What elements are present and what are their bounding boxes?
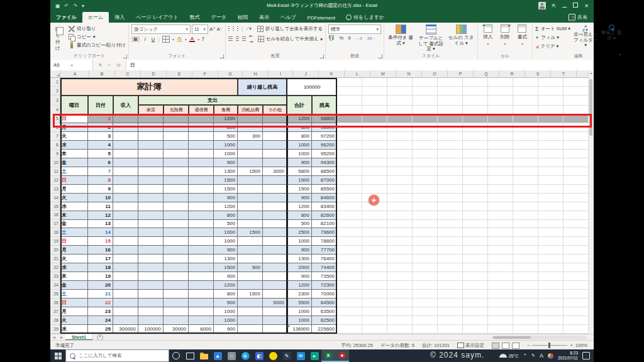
cell-S17[interactable] [513,220,538,229]
column-header-P[interactable]: P [448,70,474,78]
cell-A29[interactable]: 水 [60,325,88,334]
row-header-27[interactable]: 27 [50,307,60,316]
cell-G15[interactable]: 1200 [214,202,238,211]
cell-Q7[interactable] [463,132,488,141]
cell-C27[interactable] [113,307,138,316]
header-cell-h_balance[interactable]: 残高 [312,96,337,114]
row-header-2[interactable]: 2 [50,87,60,96]
cell-I12[interactable] [263,176,287,185]
cell-S2[interactable] [513,87,538,96]
cell-U22[interactable] [564,263,589,272]
customize-qat-icon[interactable]: ▾ [82,3,84,9]
save-icon[interactable]: ▣ [55,3,60,9]
cell-S25[interactable] [513,290,538,299]
cell-N6[interactable] [387,123,413,132]
cell-P7[interactable] [438,132,463,141]
cell-I9[interactable] [263,150,287,158]
cell-U11[interactable] [564,167,589,176]
cell-S20[interactable] [513,246,538,255]
cell-U28[interactable] [564,316,589,325]
cell-A5[interactable]: 日 [60,114,88,123]
cell-R6[interactable] [488,123,513,132]
taskbar-clock[interactable]: 8:23 2021/07/11 [558,351,578,361]
cell-K15[interactable]: 83400 [312,202,337,211]
sheet-nav-left-icon[interactable]: ◄ [50,336,58,339]
cell-H8[interactable] [238,141,263,150]
photos-button[interactable]: ▲ [211,349,225,362]
column-header-O[interactable]: O [422,70,448,78]
cell-R15[interactable] [488,202,513,211]
cell-U8[interactable] [564,141,589,150]
cell-I8[interactable] [263,141,287,150]
cell-C23[interactable] [113,272,138,281]
cell-E17[interactable] [164,220,189,229]
cell-Q8[interactable] [463,141,488,150]
cell-D5[interactable] [138,114,164,123]
column-header-Q[interactable]: Q [474,70,499,78]
cell-C18[interactable] [113,228,138,237]
tray-app-icon[interactable] [548,353,553,359]
ribbon-tab-挿入[interactable]: 挿入 [109,12,130,23]
cell-O9[interactable] [413,150,438,158]
sheet-nav-right-icon[interactable]: ► [58,336,65,339]
cell-N26[interactable] [387,299,413,307]
cell-J7[interactable]: 800 [287,132,312,141]
subheader-cell-0[interactable]: 家賃 [138,105,164,114]
cell-P17[interactable] [438,220,463,229]
cell-P21[interactable] [438,255,463,263]
cell-Q22[interactable] [463,263,488,272]
cell-N22[interactable] [387,263,413,272]
cell-S18[interactable] [513,228,538,237]
cell-D10[interactable] [138,158,164,167]
cell-O17[interactable] [413,220,438,229]
cell-K5[interactable]: 98800 [312,114,337,123]
cell-O5[interactable] [413,114,438,123]
page-layout-view-icon[interactable] [502,343,509,349]
cell-M22[interactable] [362,263,387,272]
cell-styles-button[interactable]: セルの スタイル ▾ [447,25,475,52]
cell-T3[interactable] [538,96,564,106]
cell-H21[interactable] [238,255,263,263]
cell-T12[interactable] [538,176,564,185]
cell-L28[interactable] [337,316,362,325]
column-header-B[interactable]: B [89,70,115,78]
cell-P27[interactable] [438,307,463,316]
align-top-icon[interactable] [228,26,230,31]
cell-R17[interactable] [488,220,513,229]
cell-N21[interactable] [387,255,413,263]
delete-cells-button[interactable]: 削除▾ [497,25,512,52]
cell-E26[interactable] [164,299,189,307]
cell-Q4[interactable] [463,106,488,114]
cell-H20[interactable] [238,246,263,255]
cell-T1[interactable] [538,78,564,87]
row-header-17[interactable]: 17 [50,219,60,228]
cell-U15[interactable] [564,202,589,211]
cell-P6[interactable] [438,123,463,132]
row-header-8[interactable]: 8 [50,141,60,150]
font-dialog-launcher[interactable] [220,55,224,58]
cell-U3[interactable] [564,96,589,106]
column-header-M[interactable]: M [370,70,396,78]
select-all-corner[interactable] [50,70,61,78]
cell-B9[interactable]: 5 [88,150,113,158]
cell-R26[interactable] [488,299,513,307]
cell-R1[interactable] [488,78,513,87]
cell-K27[interactable]: 63500 [312,307,337,316]
cell-M4[interactable] [362,106,387,114]
app-blue-button[interactable]: ◧ [252,349,266,362]
cell-N4[interactable] [387,106,413,114]
sort-filter-button[interactable]: AZ▼ 並べ替えと フィルター ▾ [573,25,598,52]
cell-E20[interactable] [164,246,189,255]
cell-H9[interactable] [238,150,263,158]
row-header-9[interactable]: 9 [50,150,60,158]
cell-S10[interactable] [513,158,538,167]
cell-G22[interactable]: 1500 [214,263,238,272]
cell-I20[interactable] [263,246,287,255]
cell-M3[interactable] [362,96,387,106]
ribbon-tab-file[interactable]: ファイル [50,12,82,23]
cell-H19[interactable] [238,237,263,246]
cell-E13[interactable] [164,185,189,194]
cell-B18[interactable]: 14 [88,228,113,237]
cell-Q14[interactable] [463,194,488,202]
cell-S11[interactable] [513,167,538,176]
